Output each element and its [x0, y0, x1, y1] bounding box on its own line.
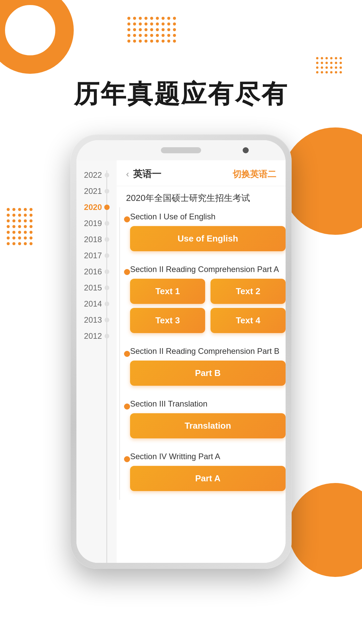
section-btn-text-4[interactable]: Text 4	[210, 308, 286, 333]
btn-row-2-1: Text 1Text 2	[130, 279, 286, 304]
year-item-2019[interactable]: 2019	[76, 215, 117, 231]
bg-circle-decoration	[0, 0, 74, 74]
year-item-2020[interactable]: 2020	[76, 199, 117, 215]
sections-wrapper: Section I Use of EnglishUse of EnglishSe…	[117, 207, 286, 500]
phone-notch	[76, 140, 286, 160]
bg-circle-right-mid	[282, 127, 362, 235]
section-btn-text-1[interactable]: Text 1	[130, 279, 205, 304]
year-item-2014[interactable]: 2014	[76, 296, 117, 312]
phone-mockup: 2022202120202019201820172016201520142013…	[70, 134, 292, 569]
section-btn-translation[interactable]: Translation	[130, 413, 286, 438]
content-area: ‹ 英语一 切换英语二 2020年全国硕士研究生招生考试 Section I U…	[117, 160, 286, 563]
switch-exam-button[interactable]: 切换英语二	[233, 168, 276, 180]
section-label-3: Section II Reading Comprehension Part B	[130, 346, 286, 356]
back-button[interactable]: ‹	[126, 169, 129, 179]
page-main-title: 历年真题应有尽有	[0, 77, 362, 112]
year-item-2016[interactable]: 2016	[76, 264, 117, 280]
exam-title: 2020年全国硕士研究生招生考试	[117, 186, 286, 207]
content-header: ‹ 英语一 切换英语二	[117, 160, 286, 186]
year-item-2013[interactable]: 2013	[76, 312, 117, 328]
section-btn-use-of-english[interactable]: Use of English	[130, 226, 286, 251]
phone-content-area: 2022202120202019201820172016201520142013…	[76, 160, 286, 563]
section-entry-4: Section III TranslationTranslation	[123, 394, 286, 447]
exam-type-title: 英语一	[133, 168, 161, 180]
btn-row-5-1: Part A	[130, 466, 286, 491]
year-sidebar: 2022202120202019201820172016201520142013…	[76, 160, 117, 563]
bg-dots-top-center	[127, 17, 176, 43]
bg-dots-top-right	[316, 57, 342, 73]
year-item-2015[interactable]: 2015	[76, 280, 117, 296]
section-label-5: Section IV Writting Part A	[130, 452, 286, 461]
bg-arc-bottom-right	[288, 483, 362, 577]
section-label-1: Section I Use of English	[130, 212, 286, 221]
year-item-2017[interactable]: 2017	[76, 248, 117, 264]
btn-row-2-2: Text 3Text 4	[130, 308, 286, 333]
year-item-2018[interactable]: 2018	[76, 231, 117, 248]
section-label-4: Section III Translation	[130, 399, 286, 409]
section-entry-3: Section II Reading Comprehension Part BP…	[123, 342, 286, 394]
btn-row-3-1: Part B	[130, 361, 286, 386]
year-item-2022[interactable]: 2022	[76, 167, 117, 183]
section-entry-1: Section I Use of EnglishUse of English	[123, 207, 286, 260]
section-btn-text-3[interactable]: Text 3	[130, 308, 205, 333]
section-btn-part-a[interactable]: Part A	[130, 466, 286, 491]
section-label-2: Section II Reading Comprehension Part A	[130, 265, 286, 274]
section-entry-5: Section IV Writting Part APart A	[123, 447, 286, 500]
phone-speaker	[161, 147, 201, 153]
section-entry-2: Section II Reading Comprehension Part AT…	[123, 260, 286, 342]
btn-row-4-1: Translation	[130, 413, 286, 438]
phone-camera	[243, 147, 249, 153]
year-item-2021[interactable]: 2021	[76, 183, 117, 199]
year-item-2012[interactable]: 2012	[76, 328, 117, 344]
section-btn-part-b[interactable]: Part B	[130, 361, 286, 386]
bg-dots-left-mid	[7, 208, 33, 245]
btn-row-1-1: Use of English	[130, 226, 286, 251]
section-btn-text-2[interactable]: Text 2	[210, 279, 286, 304]
